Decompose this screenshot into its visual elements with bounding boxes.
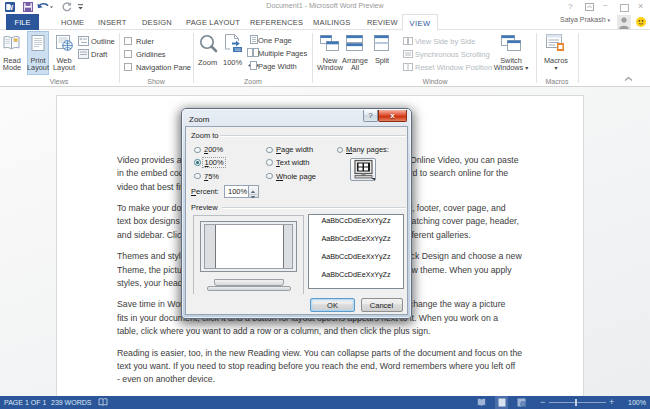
svg-text:100: 100 [235, 48, 241, 52]
